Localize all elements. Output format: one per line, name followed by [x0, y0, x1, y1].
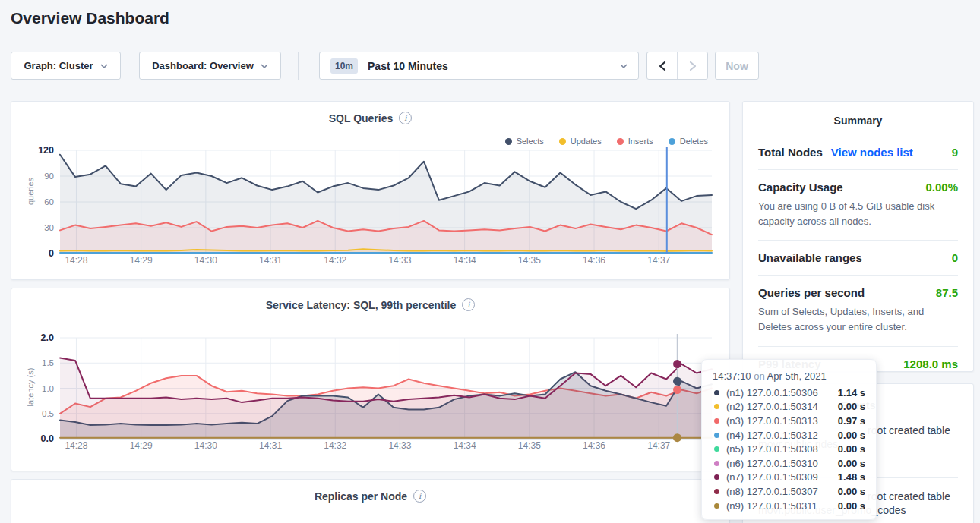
dashboard-dropdown[interactable]: Dashboard: Overview	[139, 52, 281, 80]
node-color-dot	[714, 418, 719, 424]
svg-text:14:36: 14:36	[583, 440, 605, 451]
tooltip-row: (n2) 127.0.0.1:503140.00 s	[713, 400, 865, 414]
replicas-per-node-title: Replicas per Node	[315, 490, 407, 503]
replicas-per-node-card: Replicas per Node i	[11, 479, 730, 523]
svg-text:1.5: 1.5	[42, 358, 54, 367]
node-value: 0.00 s	[838, 430, 865, 441]
svg-text:14:35: 14:35	[518, 440, 541, 451]
node-value: 0.00 s	[838, 486, 865, 497]
summary-label: Total Nodes	[758, 146, 823, 159]
svg-text:0.0: 0.0	[41, 433, 54, 444]
tooltip-rows: (n1) 127.0.0.1:503061.14 s(n2) 127.0.0.1…	[713, 386, 865, 512]
tooltip-row: (n5) 127.0.0.1:503080.00 s	[713, 442, 865, 456]
svg-text:14:32: 14:32	[324, 440, 346, 451]
summary-desc: You are using 0 B of 4.5 GiB usable disk…	[758, 199, 958, 229]
summary-heading: Summary	[758, 115, 958, 127]
time-nav-group	[646, 52, 708, 80]
svg-text:14:34: 14:34	[454, 255, 476, 266]
info-icon[interactable]: i	[462, 298, 475, 311]
node-color-dot	[714, 446, 719, 452]
node-color-dot	[714, 433, 719, 438]
graph-dropdown[interactable]: Graph: Cluster	[11, 52, 121, 80]
hover-tooltip: 14:37:10 on Apr 5th, 2021 (n1) 127.0.0.1…	[701, 359, 877, 520]
svg-text:14:28: 14:28	[65, 440, 87, 451]
graph-dropdown-label: Graph: Cluster	[24, 60, 93, 71]
summary-row-capacity: Capacity Usage 0.00% You are using 0 B o…	[758, 169, 958, 240]
node-color-dot	[714, 489, 719, 494]
svg-text:14:33: 14:33	[388, 440, 411, 451]
next-range-button[interactable]	[678, 52, 707, 79]
summary-value: 0.00%	[925, 181, 958, 194]
chevron-right-icon	[688, 61, 697, 71]
summary-value: 87.5	[936, 286, 958, 299]
svg-text:14:34: 14:34	[454, 440, 476, 451]
svg-text:0.5: 0.5	[42, 409, 54, 418]
time-range-picker[interactable]: 10m Past 10 Minutes	[319, 52, 639, 80]
sql-queries-chart[interactable]: 030609012014:2814:2914:3014:3114:3214:33…	[11, 143, 729, 273]
summary-label: Queries per second	[758, 286, 865, 299]
summary-row-total-nodes: Total Nodes View nodes list 9	[758, 135, 958, 169]
toolbar-divider	[298, 52, 299, 80]
svg-text:14:36: 14:36	[583, 255, 605, 266]
node-label: (n8) 127.0.0.1:50307	[726, 486, 838, 497]
node-value: 1.14 s	[838, 387, 865, 399]
node-color-dot	[714, 404, 719, 409]
tooltip-date: Apr 5th, 2021	[767, 370, 827, 382]
service-latency-title: Service Latency: SQL, 99th percentile	[266, 299, 457, 311]
tooltip-header: 14:37:10 on Apr 5th, 2021	[713, 370, 865, 382]
node-label: (n5) 127.0.0.1:50308	[726, 443, 838, 455]
svg-text:14:37: 14:37	[647, 255, 670, 266]
summary-card: Summary Total Nodes View nodes list 9 Ca…	[742, 101, 974, 372]
node-label: (n4) 127.0.0.1:50312	[726, 430, 838, 441]
summary-row-unavailable: Unavailable ranges 0	[758, 240, 958, 275]
node-value: 0.00 s	[838, 401, 865, 412]
service-latency-chart[interactable]: 0.00.51.01.52.014:2814:2914:3014:3114:32…	[11, 325, 729, 458]
node-label: (n2) 127.0.0.1:50314	[726, 401, 838, 412]
svg-text:14:31: 14:31	[259, 255, 282, 266]
node-label: (n9) 127.0.0.1:50311	[726, 500, 838, 512]
svg-text:14:37: 14:37	[647, 440, 670, 451]
chevron-left-icon	[658, 61, 667, 71]
node-value: 0.00 s	[838, 443, 865, 455]
info-icon[interactable]: i	[413, 490, 426, 503]
svg-text:90: 90	[44, 172, 54, 181]
dashboard-dropdown-label: Dashboard: Overview	[152, 60, 254, 71]
view-nodes-link[interactable]: View nodes list	[831, 146, 913, 159]
summary-value: 9	[952, 146, 958, 159]
chevron-down-icon	[100, 64, 108, 68]
node-color-dot	[714, 461, 719, 466]
svg-text:14:32: 14:32	[324, 255, 346, 266]
node-label: (n6) 127.0.0.1:50310	[726, 458, 838, 469]
svg-text:1.0: 1.0	[42, 384, 54, 393]
summary-value: 1208.0 ms	[903, 358, 958, 370]
svg-text:14:33: 14:33	[388, 255, 411, 266]
svg-text:14:29: 14:29	[130, 255, 153, 266]
summary-desc: Sum of Selects, Updates, Inserts, and De…	[758, 304, 958, 335]
tooltip-row: (n4) 127.0.0.1:503120.00 s	[713, 428, 865, 443]
node-value: 0.00 s	[838, 500, 865, 512]
svg-text:14:31: 14:31	[259, 440, 282, 451]
info-icon[interactable]: i	[399, 112, 412, 124]
node-value: 0.00 s	[838, 458, 865, 469]
tooltip-on: on	[754, 370, 764, 382]
svg-text:2.0: 2.0	[41, 332, 54, 343]
now-button-label: Now	[726, 60, 748, 72]
summary-label: Unavailable ranges	[758, 251, 862, 264]
summary-row-qps: Queries per second 87.5 Sum of Selects, …	[758, 275, 958, 345]
tooltip-row: (n7) 127.0.0.1:503091.48 s	[713, 471, 865, 485]
service-latency-card: Service Latency: SQL, 99th percentile i …	[11, 288, 730, 471]
svg-text:14:28: 14:28	[65, 255, 87, 266]
chevron-down-icon	[261, 64, 268, 68]
svg-text:120: 120	[38, 145, 54, 156]
summary-label: Capacity Usage	[758, 181, 843, 194]
node-color-dot	[714, 390, 719, 395]
now-button[interactable]: Now	[715, 52, 759, 80]
node-value: 0.97 s	[838, 415, 865, 427]
time-range-badge: 10m	[330, 58, 358, 74]
svg-text:0: 0	[49, 248, 54, 259]
tooltip-row: (n3) 127.0.0.1:503130.97 s	[713, 414, 865, 428]
prev-range-button[interactable]	[647, 52, 678, 79]
node-color-dot	[714, 474, 719, 480]
sql-queries-title: SQL Queries	[329, 112, 394, 124]
svg-text:30: 30	[44, 223, 54, 232]
